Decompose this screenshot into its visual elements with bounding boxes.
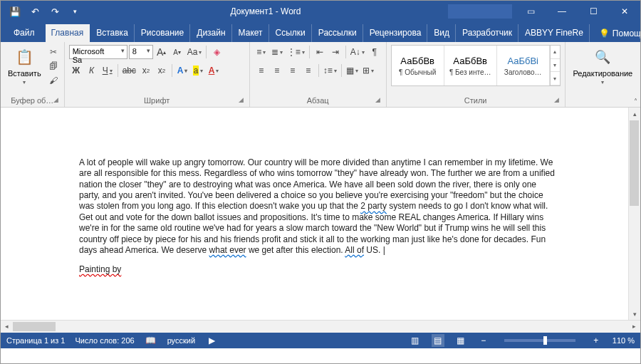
align-left-icon[interactable]: ≡ xyxy=(254,63,269,78)
increase-indent-icon[interactable]: ⇥ xyxy=(328,45,343,59)
zoom-level[interactable]: 110 % xyxy=(613,336,635,345)
undo-icon[interactable]: ↶ xyxy=(26,3,43,20)
horizontal-scrollbar[interactable]: ◂ ▸ xyxy=(1,320,640,332)
dialog-launcher-icon[interactable]: ◢ xyxy=(375,96,382,105)
read-mode-icon[interactable]: ▥ xyxy=(409,336,422,345)
styles-scroll[interactable]: ▴ ▾ ▾ xyxy=(550,46,560,85)
window-title: Документ1 - Word xyxy=(83,6,448,16)
text-effects-icon[interactable]: A xyxy=(175,63,189,78)
borders-icon[interactable]: ⊞ xyxy=(361,63,375,78)
align-center-icon[interactable]: ≡ xyxy=(270,63,284,78)
style-normal[interactable]: АаБбВв ¶ Обычный xyxy=(392,46,444,85)
account-box[interactable] xyxy=(448,4,512,19)
bullets-icon[interactable]: ≡ xyxy=(254,45,269,59)
maximize-icon[interactable]: ☐ xyxy=(578,1,609,22)
tab-review[interactable]: Рецензирова xyxy=(364,24,428,42)
qat-customize-icon[interactable]: ▾ xyxy=(66,3,83,20)
collapse-ribbon-icon[interactable]: ˄ xyxy=(634,98,637,105)
shading-icon[interactable]: ▦ xyxy=(345,63,360,78)
print-layout-icon[interactable]: ▤ xyxy=(432,334,444,347)
highlight-icon[interactable]: a xyxy=(191,63,205,78)
ribbon-options-icon[interactable]: ▭ xyxy=(515,1,546,22)
title-bar: 💾 ↶ ↷ ▾ Документ1 - Word ▭ ― ☐ ✕ xyxy=(1,1,640,22)
language-status[interactable]: русский xyxy=(167,336,195,345)
underline-button[interactable]: Ч xyxy=(100,63,115,78)
italic-button[interactable]: К xyxy=(85,63,99,78)
align-right-icon[interactable]: ≡ xyxy=(286,63,300,78)
tab-design[interactable]: Дизайн xyxy=(191,24,231,42)
group-label: Абзац xyxy=(307,95,329,107)
scroll-down-icon[interactable]: ▾ xyxy=(629,308,640,320)
sort-icon[interactable]: A↓ xyxy=(349,45,366,59)
scrollbar-thumb[interactable] xyxy=(13,322,56,331)
decrease-indent-icon[interactable]: ⇤ xyxy=(313,45,327,59)
scroll-up-icon[interactable]: ▴ xyxy=(551,46,560,59)
chevron-down-icon: ▾ xyxy=(23,79,26,85)
zoom-thumb[interactable] xyxy=(543,336,547,345)
web-layout-icon[interactable]: ▦ xyxy=(454,336,467,345)
styles-more-icon[interactable]: ▾ xyxy=(551,72,560,85)
redo-icon[interactable]: ↷ xyxy=(46,3,63,20)
tab-developer[interactable]: Разработчик xyxy=(457,24,518,42)
editing-button[interactable]: 🔍 Редактирование ▾ xyxy=(570,45,635,87)
paragraph-1[interactable]: A lot of people will wake up angry tomor… xyxy=(16,115,622,256)
dialog-launcher-icon[interactable]: ◢ xyxy=(239,96,245,105)
shrink-font-icon[interactable]: A▾ xyxy=(170,45,184,59)
grow-font-icon[interactable]: A▴ xyxy=(155,45,169,59)
superscript-button[interactable]: x2 xyxy=(155,63,169,78)
strike-button[interactable]: abc xyxy=(121,63,137,78)
scroll-down-icon[interactable]: ▾ xyxy=(551,59,560,73)
line-spacing-icon[interactable]: ↕≡ xyxy=(322,63,338,78)
tab-abbyy[interactable]: ABBYY FineRe xyxy=(519,24,590,42)
scroll-up-icon[interactable]: ▴ xyxy=(629,108,640,120)
paragraph-2[interactable]: Painting by xyxy=(16,256,622,274)
group-paragraph: ≡ ≣ ⋮≡ ⇤ ⇥ A↓ ¶ ≡ ≡ ≡ ≡ ↕≡ ▦ ⊞ xyxy=(250,42,387,107)
tab-draw[interactable]: Рисование xyxy=(135,24,190,42)
font-color-icon[interactable]: A xyxy=(207,63,221,78)
numbering-icon[interactable]: ≣ xyxy=(270,45,284,59)
close-icon[interactable]: ✕ xyxy=(609,1,640,22)
minimize-icon[interactable]: ― xyxy=(546,1,578,22)
tab-file[interactable]: Файл xyxy=(8,24,45,42)
font-size-input[interactable]: 8 xyxy=(129,45,153,59)
scrollbar-thumb[interactable] xyxy=(630,120,639,206)
save-icon[interactable]: 💾 xyxy=(6,3,24,20)
cut-icon[interactable]: ✂ xyxy=(47,46,60,58)
subscript-button[interactable]: x2 xyxy=(139,63,153,78)
format-painter-icon[interactable]: 🖌 xyxy=(47,75,60,86)
tab-view[interactable]: Вид xyxy=(428,24,456,42)
show-marks-icon[interactable]: ¶ xyxy=(368,45,382,59)
copy-icon[interactable]: 🗐 xyxy=(47,61,60,72)
font-name-input[interactable]: Microsoft Sa xyxy=(69,45,127,59)
zoom-in-icon[interactable]: + xyxy=(590,336,603,345)
scroll-right-icon[interactable]: ▸ xyxy=(628,321,640,333)
ribbon-tabs: Файл Главная Вставка Рисование Дизайн Ма… xyxy=(1,22,640,42)
tab-insert[interactable]: Вставка xyxy=(90,24,135,42)
tab-mailings[interactable]: Рассылки xyxy=(313,24,363,42)
tab-references[interactable]: Ссылки xyxy=(270,24,312,42)
word-count[interactable]: Число слов: 206 xyxy=(75,336,134,345)
vertical-scrollbar[interactable]: ▴ ▾ xyxy=(628,108,640,320)
document-area[interactable]: A lot of people will wake up angry tomor… xyxy=(1,108,640,320)
scroll-left-icon[interactable]: ◂ xyxy=(1,321,13,333)
dialog-launcher-icon[interactable]: ◢ xyxy=(554,96,561,105)
tell-me[interactable]: 💡Помощн xyxy=(593,25,641,42)
bold-button[interactable]: Ж xyxy=(69,63,83,78)
clear-formatting-icon[interactable]: ◈ xyxy=(209,45,224,59)
group-label: Буфер об… xyxy=(11,95,53,107)
style-no-spacing[interactable]: АаБбВв ¶ Без инте… xyxy=(444,46,497,85)
dialog-launcher-icon[interactable]: ◢ xyxy=(53,96,60,105)
change-case-icon[interactable]: Aa xyxy=(186,45,204,59)
paste-button[interactable]: 📋 Вставить ▾ xyxy=(5,45,44,87)
spellcheck-icon[interactable]: 📖 xyxy=(145,336,157,345)
zoom-out-icon[interactable]: − xyxy=(477,336,490,345)
tab-home[interactable]: Главная xyxy=(46,24,90,42)
multilevel-icon[interactable]: ⋮≡ xyxy=(286,45,306,59)
zoom-slider[interactable] xyxy=(504,339,575,342)
justify-icon[interactable]: ≡ xyxy=(301,63,316,78)
style-heading1[interactable]: АаБбВі Заголово… xyxy=(497,46,550,85)
scrollbar-track[interactable] xyxy=(13,321,628,333)
page-status[interactable]: Страница 1 из 1 xyxy=(6,336,65,345)
macro-icon[interactable]: ▶ xyxy=(205,336,218,345)
tab-layout[interactable]: Макет xyxy=(233,24,269,42)
